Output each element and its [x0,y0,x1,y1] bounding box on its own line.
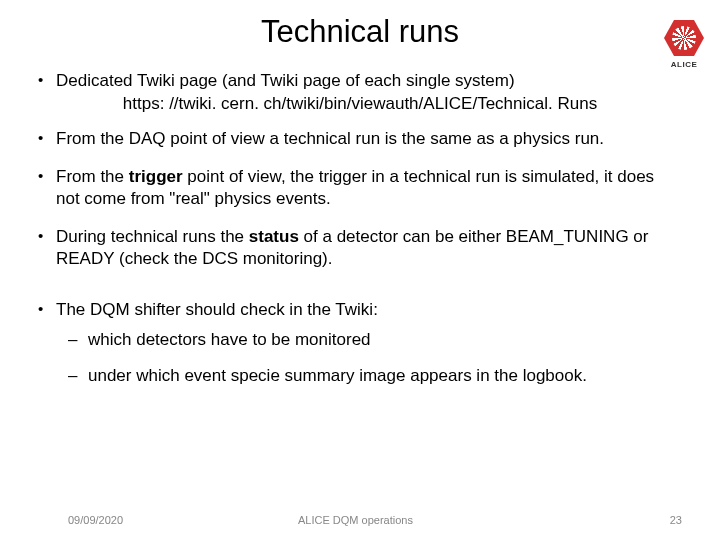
sub-bullet-5a: – which detectors have to be monitored [68,329,682,351]
bullet-dot-icon: • [38,70,56,92]
sub-bullet-5b-text: under which event specie summary image a… [88,365,587,387]
dash-icon: – [68,365,88,387]
alice-logo: ALICE [660,18,708,73]
footer-title: ALICE DQM operations [258,514,642,526]
twiki-link: https: //twiki. cern. ch/twiki/bin/viewa… [38,94,682,114]
bullet-dot-icon: • [38,166,56,210]
slide-footer: 09/09/2020 ALICE DQM operations 23 [0,514,720,526]
bullet-2-text: From the DAQ point of view a technical r… [56,128,682,150]
bullet-4-text: During technical runs the status of a de… [56,226,682,270]
bullet-4: • During technical runs the status of a … [38,226,682,270]
slide-content: • Dedicated Twiki page (and Twiki page o… [0,50,720,387]
bullet-2: • From the DAQ point of view a technical… [38,128,682,150]
sub-bullet-5a-text: which detectors have to be monitored [88,329,371,351]
dash-icon: – [68,329,88,351]
alice-logo-label: ALICE [660,60,708,69]
bullet-5-text: The DQM shifter should check in the Twik… [56,299,682,321]
bullet-5: • The DQM shifter should check in the Tw… [38,299,682,321]
bullet-3-text: From the trigger point of view, the trig… [56,166,682,210]
bullet-dot-icon: • [38,299,56,321]
bullet-1-text: Dedicated Twiki page (and Twiki page of … [56,70,682,92]
bullet-3: • From the trigger point of view, the tr… [38,166,682,210]
bullet-dot-icon: • [38,128,56,150]
sub-bullet-5b: – under which event specie summary image… [68,365,682,387]
footer-page-number: 23 [642,514,682,526]
bullet-dot-icon: • [38,226,56,270]
alice-logo-octagon [664,18,704,58]
bullet-1: • Dedicated Twiki page (and Twiki page o… [38,70,682,92]
slide-title: Technical runs [0,0,720,50]
footer-date: 09/09/2020 [68,514,258,526]
